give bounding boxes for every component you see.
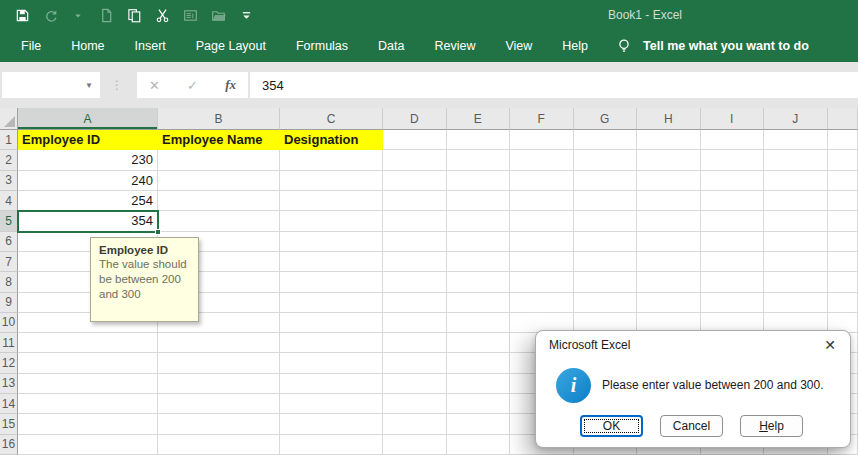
row-header-16[interactable]: 16 bbox=[0, 435, 18, 455]
cell-E14[interactable] bbox=[447, 394, 511, 414]
cell-B15[interactable] bbox=[158, 414, 280, 434]
cell-C5[interactable] bbox=[280, 211, 383, 231]
row-header-3[interactable]: 3 bbox=[0, 171, 18, 191]
tab-file[interactable]: File bbox=[6, 30, 56, 62]
enter-entry-icon[interactable]: ✓ bbox=[187, 78, 198, 93]
cell-J5[interactable] bbox=[764, 211, 828, 231]
cell-H1[interactable] bbox=[637, 130, 701, 150]
column-header-F[interactable]: F bbox=[510, 108, 574, 130]
cell-D10[interactable] bbox=[383, 313, 447, 333]
row-header-11[interactable]: 11 bbox=[0, 333, 18, 353]
ok-button[interactable]: OK bbox=[580, 415, 643, 437]
customize-qat-icon[interactable] bbox=[238, 7, 254, 23]
cell-A14[interactable] bbox=[18, 394, 158, 414]
cell-G2[interactable] bbox=[574, 150, 638, 170]
cell-D16[interactable] bbox=[383, 435, 447, 455]
cell-D11[interactable] bbox=[383, 333, 447, 353]
close-icon[interactable]: ✕ bbox=[820, 335, 840, 355]
cell-K2[interactable] bbox=[828, 150, 858, 170]
cell-B3[interactable] bbox=[158, 171, 280, 191]
cell-K5[interactable] bbox=[828, 211, 858, 231]
cell-C7[interactable] bbox=[280, 252, 383, 272]
cell-E10[interactable] bbox=[447, 313, 511, 333]
cell-K4[interactable] bbox=[828, 191, 858, 211]
cell-C16[interactable] bbox=[280, 435, 383, 455]
cell-C3[interactable] bbox=[280, 171, 383, 191]
cell-C6[interactable] bbox=[280, 232, 383, 252]
cell-F9[interactable] bbox=[510, 293, 574, 313]
formula-bar-input[interactable]: 354 bbox=[250, 72, 858, 98]
cell-G5[interactable] bbox=[574, 211, 638, 231]
row-header-10[interactable]: 10 bbox=[0, 313, 18, 333]
cell-G6[interactable] bbox=[574, 232, 638, 252]
cell-G4[interactable] bbox=[574, 191, 638, 211]
cell-E8[interactable] bbox=[447, 272, 511, 292]
cell-I8[interactable] bbox=[701, 272, 765, 292]
cell-I1[interactable] bbox=[701, 130, 765, 150]
tab-data[interactable]: Data bbox=[363, 30, 419, 62]
cell-J8[interactable] bbox=[764, 272, 828, 292]
cell-G1[interactable] bbox=[574, 130, 638, 150]
cell-K8[interactable] bbox=[828, 272, 858, 292]
tab-review[interactable]: Review bbox=[419, 30, 490, 62]
cell-D3[interactable] bbox=[383, 171, 447, 191]
tab-home[interactable]: Home bbox=[56, 30, 119, 62]
cell-B12[interactable] bbox=[158, 353, 280, 373]
column-header-D[interactable]: D bbox=[383, 108, 447, 130]
cell-C2[interactable] bbox=[280, 150, 383, 170]
cell-A4[interactable]: 254 bbox=[18, 191, 158, 211]
cell-K6[interactable] bbox=[828, 232, 858, 252]
cell-C15[interactable] bbox=[280, 414, 383, 434]
cell-D7[interactable] bbox=[383, 252, 447, 272]
cell-G8[interactable] bbox=[574, 272, 638, 292]
cancel-entry-icon[interactable]: ✕ bbox=[149, 78, 160, 93]
cell-A13[interactable] bbox=[18, 374, 158, 394]
cell-B4[interactable] bbox=[158, 191, 280, 211]
cell-H2[interactable] bbox=[637, 150, 701, 170]
cell-B16[interactable] bbox=[158, 435, 280, 455]
cell-A16[interactable] bbox=[18, 435, 158, 455]
row-header-13[interactable]: 13 bbox=[0, 374, 18, 394]
cell-K9[interactable] bbox=[828, 293, 858, 313]
cell-E16[interactable] bbox=[447, 435, 511, 455]
column-header-H[interactable]: H bbox=[637, 108, 701, 130]
name-box[interactable]: ▼ bbox=[2, 72, 100, 98]
row-header-5[interactable]: 5 bbox=[0, 211, 18, 231]
cell-A5[interactable]: 354 bbox=[18, 211, 158, 231]
cell-B2[interactable] bbox=[158, 150, 280, 170]
cell-E15[interactable] bbox=[447, 414, 511, 434]
cell-H8[interactable] bbox=[637, 272, 701, 292]
cell-H6[interactable] bbox=[637, 232, 701, 252]
cell-I5[interactable] bbox=[701, 211, 765, 231]
cut-icon[interactable] bbox=[154, 7, 170, 23]
cell-I3[interactable] bbox=[701, 171, 765, 191]
row-header-2[interactable]: 2 bbox=[0, 150, 18, 170]
cell-F8[interactable] bbox=[510, 272, 574, 292]
cell-G3[interactable] bbox=[574, 171, 638, 191]
cell-F5[interactable] bbox=[510, 211, 574, 231]
row-header-12[interactable]: 12 bbox=[0, 353, 18, 373]
cell-B11[interactable] bbox=[158, 333, 280, 353]
column-header-G[interactable]: G bbox=[574, 108, 638, 130]
cell-C12[interactable] bbox=[280, 353, 383, 373]
cell-I6[interactable] bbox=[701, 232, 765, 252]
cell-E7[interactable] bbox=[447, 252, 511, 272]
cell-J1[interactable] bbox=[764, 130, 828, 150]
cell-C4[interactable] bbox=[280, 191, 383, 211]
row-header-1[interactable]: 1 bbox=[0, 130, 18, 150]
cell-J3[interactable] bbox=[764, 171, 828, 191]
cell-F3[interactable] bbox=[510, 171, 574, 191]
column-header-C[interactable]: C bbox=[280, 108, 383, 130]
cell-C9[interactable] bbox=[280, 293, 383, 313]
cell-D6[interactable] bbox=[383, 232, 447, 252]
cell-C11[interactable] bbox=[280, 333, 383, 353]
cell-D15[interactable] bbox=[383, 414, 447, 434]
cell-F2[interactable] bbox=[510, 150, 574, 170]
cell-K7[interactable] bbox=[828, 252, 858, 272]
row-header-8[interactable]: 8 bbox=[0, 272, 18, 292]
cell-D2[interactable] bbox=[383, 150, 447, 170]
cell-D4[interactable] bbox=[383, 191, 447, 211]
cell-D5[interactable] bbox=[383, 211, 447, 231]
fill-handle[interactable] bbox=[155, 229, 161, 235]
cell-D14[interactable] bbox=[383, 394, 447, 414]
